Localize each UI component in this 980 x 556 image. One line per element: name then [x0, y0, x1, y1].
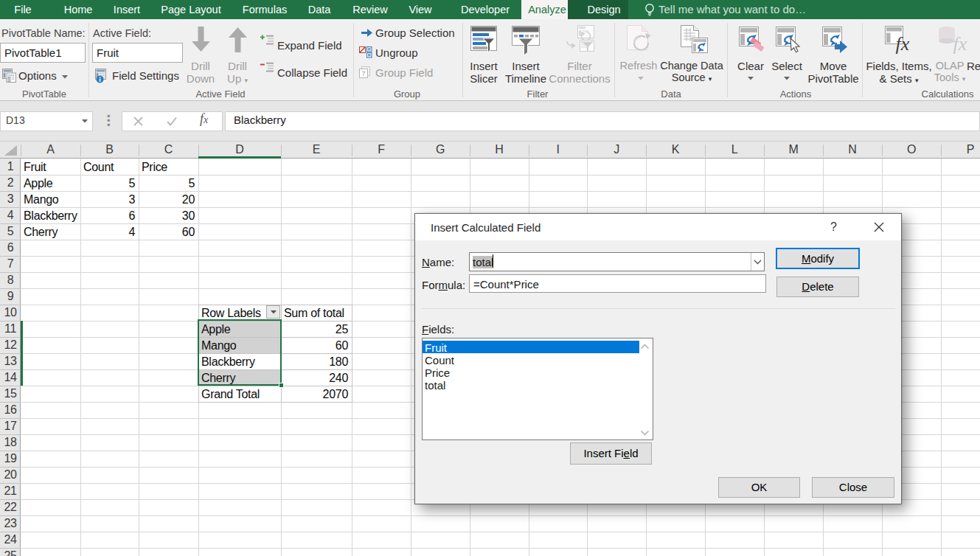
svg-text:fx: fx [953, 33, 967, 55]
svg-text:7: 7 [361, 70, 365, 77]
svg-text:fx: fx [896, 33, 910, 55]
